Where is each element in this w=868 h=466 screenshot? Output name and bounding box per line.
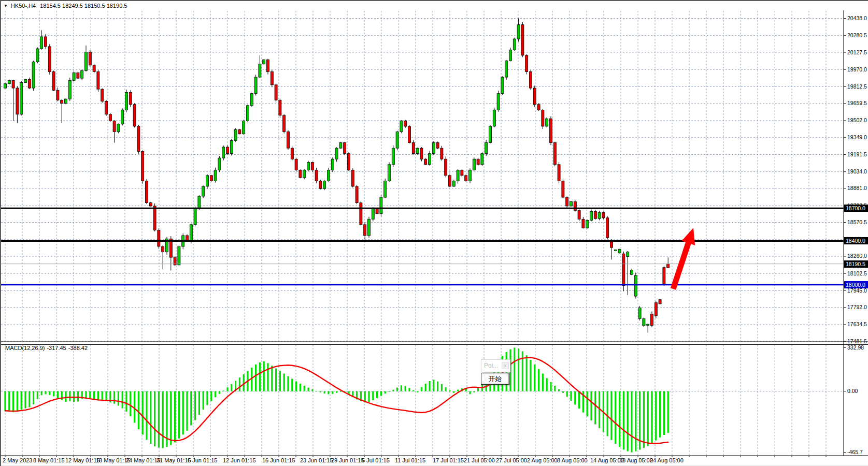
macd-histogram-bar xyxy=(223,390,224,391)
candle-body xyxy=(230,140,233,153)
candle-body xyxy=(24,79,27,82)
macd-histogram-bar xyxy=(594,391,596,425)
macd-histogram-bar xyxy=(158,391,160,448)
symbol-dropdown-icon[interactable]: ▼ xyxy=(4,4,8,8)
hline-price-box-18400[interactable]: 18400.0 xyxy=(844,237,868,244)
time-tick-label: 6 Jun 01:15 xyxy=(188,457,218,463)
macd-histogram-bar xyxy=(304,386,305,391)
macd-histogram-bar xyxy=(283,374,285,391)
candle-body xyxy=(445,159,447,176)
macd-value: -317.45 xyxy=(47,345,66,351)
macd-histogram-bar xyxy=(412,390,414,391)
macd-histogram-bar xyxy=(610,391,612,440)
candle-body xyxy=(553,143,556,165)
candle-body xyxy=(509,50,512,61)
candle-body xyxy=(32,62,35,88)
popup-titlebar[interactable]: Poi... x xyxy=(481,359,510,372)
candle-body xyxy=(315,170,318,181)
candle-body xyxy=(56,90,59,100)
macd-histogram-bar xyxy=(307,388,309,391)
candle-body xyxy=(93,65,95,72)
macd-histogram-bar xyxy=(97,391,99,401)
time-tick-label: 29 Jun 01:15 xyxy=(331,457,364,463)
macd-histogram-bar xyxy=(437,382,438,391)
candle-body xyxy=(360,203,362,225)
candle-body xyxy=(521,25,524,55)
macd-histogram-bar xyxy=(125,391,127,412)
macd-histogram-bar xyxy=(570,391,572,401)
trend-arrow[interactable] xyxy=(671,228,695,290)
candle-body xyxy=(194,208,196,225)
hline-price-box-18000[interactable]: 18000.0 xyxy=(844,281,868,288)
candle-body xyxy=(97,71,99,89)
candle-body xyxy=(226,147,229,154)
macd-histogram-bar xyxy=(542,374,544,391)
candle-body xyxy=(303,170,306,178)
candle-body xyxy=(283,115,286,132)
macd-histogram-bar xyxy=(150,391,151,444)
candle-body xyxy=(222,147,225,158)
macd-histogram-bar xyxy=(190,391,192,426)
candle-body xyxy=(469,170,472,181)
start-button[interactable]: 开始 xyxy=(481,373,509,385)
candle-body xyxy=(634,275,637,296)
candle-body xyxy=(566,197,568,206)
macd-histogram-bar xyxy=(522,351,523,391)
candle-body xyxy=(578,210,580,219)
macd-histogram-bar xyxy=(170,391,172,445)
candle-body xyxy=(550,119,552,142)
price-tick-label: 17792.0 xyxy=(847,304,867,310)
macd-histogram-bar xyxy=(61,391,63,400)
candle-body xyxy=(125,93,128,110)
chart-window: 20438.020280.520127.519970.019812.519659… xyxy=(0,0,868,466)
price-tick-label: 19034.0 xyxy=(847,168,867,174)
candle-body xyxy=(158,230,160,246)
candle-body xyxy=(186,236,189,241)
candle-body xyxy=(546,119,548,126)
candle-body xyxy=(663,268,665,284)
macd-histogram-bar xyxy=(45,391,46,395)
macd-histogram-bar xyxy=(219,391,220,394)
candle-body xyxy=(558,165,560,181)
candle-body xyxy=(364,225,366,236)
candle-body xyxy=(267,60,269,71)
candle-body xyxy=(440,148,443,159)
time-tick-label: 8 Aug 05:00 xyxy=(557,457,588,463)
candle-body xyxy=(146,181,148,202)
macd-histogram-bar xyxy=(182,391,184,435)
candle-body xyxy=(247,106,249,121)
macd-histogram-bar xyxy=(316,391,317,391)
macd-histogram-bar xyxy=(449,390,450,391)
macd-histogram-bar xyxy=(142,391,144,435)
candle-body xyxy=(602,213,605,218)
macd-histogram-bar xyxy=(271,366,273,391)
candle-body xyxy=(121,110,124,124)
macd-histogram-bar xyxy=(514,347,515,391)
candle-body xyxy=(89,52,91,65)
price-tick-label: 20438.0 xyxy=(847,15,867,21)
candle-body xyxy=(328,170,330,181)
hline-price-box-18700[interactable]: 18700.0 xyxy=(844,205,868,212)
macd-histogram-bar xyxy=(429,381,430,391)
popup-close-icon[interactable]: x xyxy=(502,362,509,369)
macd-histogram-bar xyxy=(392,390,394,391)
candle-body xyxy=(465,176,467,181)
time-tick-label: 12 May 01:15 xyxy=(65,457,100,463)
macd-histogram-bar xyxy=(655,391,657,441)
candle-body xyxy=(105,101,108,114)
candle-body xyxy=(295,159,297,170)
candle-body xyxy=(574,202,576,211)
candle-body xyxy=(77,73,79,79)
candle-body xyxy=(416,148,419,154)
macd-histogram-bar xyxy=(631,391,632,453)
candle-body xyxy=(141,151,144,181)
macd-histogram-bar xyxy=(477,388,479,391)
macd-histogram-bar xyxy=(49,391,50,395)
macd-histogram-bar xyxy=(590,391,592,420)
candle-body xyxy=(586,220,589,228)
price-tick-label: 18881.0 xyxy=(847,185,867,191)
macd-histogram-bar xyxy=(300,384,301,391)
candle-body xyxy=(339,143,342,149)
macd-histogram-bar xyxy=(41,391,42,396)
time-tick-label: 18 May 01:15 xyxy=(96,457,131,463)
